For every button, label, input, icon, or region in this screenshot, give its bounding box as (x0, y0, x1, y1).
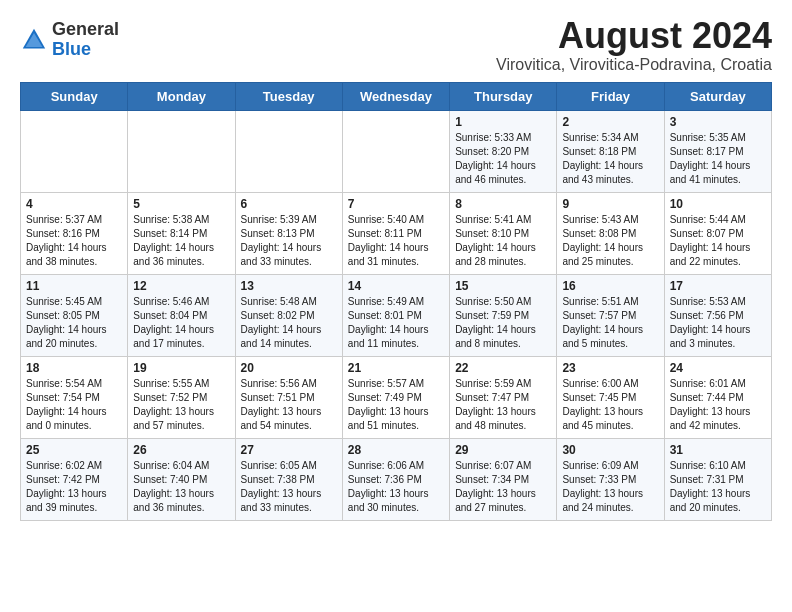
calendar-cell: 7Sunrise: 5:40 AM Sunset: 8:11 PM Daylig… (342, 192, 449, 274)
logo-blue-text: Blue (52, 39, 91, 59)
calendar-cell: 27Sunrise: 6:05 AM Sunset: 7:38 PM Dayli… (235, 438, 342, 520)
day-number: 14 (348, 279, 444, 293)
calendar-week-4: 18Sunrise: 5:54 AM Sunset: 7:54 PM Dayli… (21, 356, 772, 438)
day-number: 28 (348, 443, 444, 457)
day-info: Sunrise: 6:02 AM Sunset: 7:42 PM Dayligh… (26, 459, 122, 515)
calendar-cell: 18Sunrise: 5:54 AM Sunset: 7:54 PM Dayli… (21, 356, 128, 438)
calendar-cell: 20Sunrise: 5:56 AM Sunset: 7:51 PM Dayli… (235, 356, 342, 438)
day-info: Sunrise: 5:41 AM Sunset: 8:10 PM Dayligh… (455, 213, 551, 269)
day-header-wednesday: Wednesday (342, 82, 449, 110)
day-number: 21 (348, 361, 444, 375)
calendar-cell: 13Sunrise: 5:48 AM Sunset: 8:02 PM Dayli… (235, 274, 342, 356)
calendar-week-1: 1Sunrise: 5:33 AM Sunset: 8:20 PM Daylig… (21, 110, 772, 192)
day-number: 13 (241, 279, 337, 293)
calendar-cell (235, 110, 342, 192)
day-info: Sunrise: 5:53 AM Sunset: 7:56 PM Dayligh… (670, 295, 766, 351)
calendar-cell: 26Sunrise: 6:04 AM Sunset: 7:40 PM Dayli… (128, 438, 235, 520)
calendar-cell: 8Sunrise: 5:41 AM Sunset: 8:10 PM Daylig… (450, 192, 557, 274)
day-info: Sunrise: 6:06 AM Sunset: 7:36 PM Dayligh… (348, 459, 444, 515)
day-number: 31 (670, 443, 766, 457)
calendar-cell: 25Sunrise: 6:02 AM Sunset: 7:42 PM Dayli… (21, 438, 128, 520)
day-header-sunday: Sunday (21, 82, 128, 110)
calendar-cell: 4Sunrise: 5:37 AM Sunset: 8:16 PM Daylig… (21, 192, 128, 274)
day-info: Sunrise: 6:05 AM Sunset: 7:38 PM Dayligh… (241, 459, 337, 515)
calendar-cell: 1Sunrise: 5:33 AM Sunset: 8:20 PM Daylig… (450, 110, 557, 192)
day-number: 24 (670, 361, 766, 375)
day-number: 5 (133, 197, 229, 211)
page-header: General Blue August 2024 Virovitica, Vir… (20, 16, 772, 74)
logo-general-text: General (52, 19, 119, 39)
calendar-cell: 6Sunrise: 5:39 AM Sunset: 8:13 PM Daylig… (235, 192, 342, 274)
day-info: Sunrise: 5:38 AM Sunset: 8:14 PM Dayligh… (133, 213, 229, 269)
day-info: Sunrise: 6:07 AM Sunset: 7:34 PM Dayligh… (455, 459, 551, 515)
calendar-cell: 11Sunrise: 5:45 AM Sunset: 8:05 PM Dayli… (21, 274, 128, 356)
day-number: 19 (133, 361, 229, 375)
day-number: 9 (562, 197, 658, 211)
page-subtitle: Virovitica, Virovitica-Podravina, Croati… (496, 56, 772, 74)
calendar-cell: 24Sunrise: 6:01 AM Sunset: 7:44 PM Dayli… (664, 356, 771, 438)
day-number: 4 (26, 197, 122, 211)
day-number: 11 (26, 279, 122, 293)
day-number: 2 (562, 115, 658, 129)
day-info: Sunrise: 6:09 AM Sunset: 7:33 PM Dayligh… (562, 459, 658, 515)
calendar-cell: 17Sunrise: 5:53 AM Sunset: 7:56 PM Dayli… (664, 274, 771, 356)
day-info: Sunrise: 5:37 AM Sunset: 8:16 PM Dayligh… (26, 213, 122, 269)
day-info: Sunrise: 5:51 AM Sunset: 7:57 PM Dayligh… (562, 295, 658, 351)
day-info: Sunrise: 5:49 AM Sunset: 8:01 PM Dayligh… (348, 295, 444, 351)
calendar-cell: 31Sunrise: 6:10 AM Sunset: 7:31 PM Dayli… (664, 438, 771, 520)
day-header-monday: Monday (128, 82, 235, 110)
calendar-cell: 9Sunrise: 5:43 AM Sunset: 8:08 PM Daylig… (557, 192, 664, 274)
calendar-cell: 19Sunrise: 5:55 AM Sunset: 7:52 PM Dayli… (128, 356, 235, 438)
day-info: Sunrise: 5:57 AM Sunset: 7:49 PM Dayligh… (348, 377, 444, 433)
day-info: Sunrise: 5:33 AM Sunset: 8:20 PM Dayligh… (455, 131, 551, 187)
day-number: 12 (133, 279, 229, 293)
day-number: 25 (26, 443, 122, 457)
day-info: Sunrise: 6:10 AM Sunset: 7:31 PM Dayligh… (670, 459, 766, 515)
day-info: Sunrise: 5:56 AM Sunset: 7:51 PM Dayligh… (241, 377, 337, 433)
calendar-cell: 10Sunrise: 5:44 AM Sunset: 8:07 PM Dayli… (664, 192, 771, 274)
day-number: 10 (670, 197, 766, 211)
day-number: 18 (26, 361, 122, 375)
calendar-cell: 14Sunrise: 5:49 AM Sunset: 8:01 PM Dayli… (342, 274, 449, 356)
day-header-saturday: Saturday (664, 82, 771, 110)
day-number: 26 (133, 443, 229, 457)
calendar-cell: 3Sunrise: 5:35 AM Sunset: 8:17 PM Daylig… (664, 110, 771, 192)
day-info: Sunrise: 5:44 AM Sunset: 8:07 PM Dayligh… (670, 213, 766, 269)
calendar-week-3: 11Sunrise: 5:45 AM Sunset: 8:05 PM Dayli… (21, 274, 772, 356)
day-info: Sunrise: 5:48 AM Sunset: 8:02 PM Dayligh… (241, 295, 337, 351)
day-info: Sunrise: 5:45 AM Sunset: 8:05 PM Dayligh… (26, 295, 122, 351)
calendar-cell: 5Sunrise: 5:38 AM Sunset: 8:14 PM Daylig… (128, 192, 235, 274)
day-info: Sunrise: 5:54 AM Sunset: 7:54 PM Dayligh… (26, 377, 122, 433)
day-number: 3 (670, 115, 766, 129)
calendar-week-2: 4Sunrise: 5:37 AM Sunset: 8:16 PM Daylig… (21, 192, 772, 274)
calendar-cell: 15Sunrise: 5:50 AM Sunset: 7:59 PM Dayli… (450, 274, 557, 356)
calendar-cell: 12Sunrise: 5:46 AM Sunset: 8:04 PM Dayli… (128, 274, 235, 356)
day-info: Sunrise: 5:59 AM Sunset: 7:47 PM Dayligh… (455, 377, 551, 433)
day-number: 23 (562, 361, 658, 375)
day-number: 20 (241, 361, 337, 375)
day-info: Sunrise: 5:34 AM Sunset: 8:18 PM Dayligh… (562, 131, 658, 187)
calendar-cell (342, 110, 449, 192)
day-number: 17 (670, 279, 766, 293)
calendar-cell: 29Sunrise: 6:07 AM Sunset: 7:34 PM Dayli… (450, 438, 557, 520)
day-number: 7 (348, 197, 444, 211)
day-info: Sunrise: 5:46 AM Sunset: 8:04 PM Dayligh… (133, 295, 229, 351)
day-header-thursday: Thursday (450, 82, 557, 110)
day-number: 8 (455, 197, 551, 211)
day-header-friday: Friday (557, 82, 664, 110)
calendar-table: SundayMondayTuesdayWednesdayThursdayFrid… (20, 82, 772, 521)
day-info: Sunrise: 5:55 AM Sunset: 7:52 PM Dayligh… (133, 377, 229, 433)
calendar-cell: 30Sunrise: 6:09 AM Sunset: 7:33 PM Dayli… (557, 438, 664, 520)
day-number: 29 (455, 443, 551, 457)
calendar-cell: 22Sunrise: 5:59 AM Sunset: 7:47 PM Dayli… (450, 356, 557, 438)
day-number: 16 (562, 279, 658, 293)
day-number: 15 (455, 279, 551, 293)
day-info: Sunrise: 6:01 AM Sunset: 7:44 PM Dayligh… (670, 377, 766, 433)
calendar-cell: 2Sunrise: 5:34 AM Sunset: 8:18 PM Daylig… (557, 110, 664, 192)
day-info: Sunrise: 5:50 AM Sunset: 7:59 PM Dayligh… (455, 295, 551, 351)
day-number: 6 (241, 197, 337, 211)
day-info: Sunrise: 6:04 AM Sunset: 7:40 PM Dayligh… (133, 459, 229, 515)
logo-icon (20, 26, 48, 54)
calendar-cell: 23Sunrise: 6:00 AM Sunset: 7:45 PM Dayli… (557, 356, 664, 438)
day-info: Sunrise: 5:40 AM Sunset: 8:11 PM Dayligh… (348, 213, 444, 269)
